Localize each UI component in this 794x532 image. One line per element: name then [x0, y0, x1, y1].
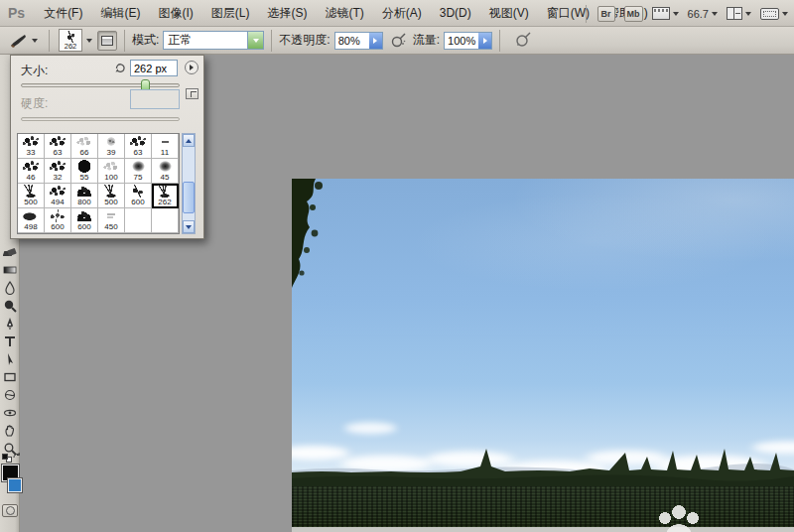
3d-orbit-tool[interactable] — [2, 405, 18, 421]
opacity-slider-button[interactable] — [369, 33, 382, 49]
panel-menu-button[interactable] — [185, 61, 198, 74]
brush-preset[interactable]: 33 — [18, 134, 45, 159]
brush-preset-selected[interactable]: 262 — [152, 184, 179, 208]
menu-3d[interactable]: 3D(D) — [431, 2, 480, 24]
brush-preset[interactable]: 63 — [45, 134, 71, 159]
blur-tool[interactable] — [2, 280, 18, 296]
menu-image[interactable]: 图像(I) — [149, 1, 201, 26]
brush-thumbnail — [19, 160, 43, 173]
chevron-down-icon — [253, 39, 259, 43]
toggle-brush-panel-button[interactable] — [97, 31, 117, 51]
brush-thumbnail — [19, 209, 43, 222]
blend-mode-select[interactable]: 正常 — [163, 31, 264, 50]
reset-size-icon[interactable] — [114, 62, 126, 73]
menu-file[interactable]: 文件(F) — [35, 1, 91, 26]
brush-preset[interactable]: 498 — [18, 208, 45, 233]
select-arrow-button[interactable] — [247, 32, 263, 49]
brush-thumbnail — [72, 185, 96, 198]
brush-tool-preset-dropdown[interactable] — [5, 30, 42, 52]
photo-road-strip — [292, 527, 794, 532]
scroll-down-button[interactable] — [183, 220, 195, 233]
type-tool[interactable] — [2, 333, 18, 349]
launch-mini-bridge-button[interactable]: Mb — [624, 6, 643, 22]
scrollbar-thumb[interactable] — [183, 182, 195, 213]
eraser-tool[interactable] — [2, 244, 18, 260]
brush-grid-scrollbar[interactable] — [182, 133, 196, 234]
chevron-down-icon — [745, 12, 751, 16]
brush-thumbnail — [153, 185, 177, 198]
gradient-tool[interactable] — [2, 262, 18, 278]
menu-bar-right-controls: Br Mb 66.7 — [586, 0, 788, 27]
menu-select[interactable]: 选择(S) — [258, 1, 316, 26]
brush-preset[interactable]: 800 — [71, 184, 98, 208]
brush-preset[interactable]: 500 — [18, 184, 45, 208]
triangle-down-icon — [186, 225, 192, 229]
brush-preset[interactable]: 39 — [98, 134, 125, 159]
new-preset-button[interactable] — [186, 88, 198, 99]
menu-view[interactable]: 视图(V) — [480, 1, 538, 26]
size-label: 大小: — [21, 63, 48, 79]
brush-thumbnail — [46, 135, 69, 148]
brush-tool-icon — [9, 33, 29, 49]
opacity-input[interactable] — [335, 33, 369, 49]
brush-preset[interactable]: 11 — [152, 134, 179, 159]
brush-preset[interactable]: 494 — [45, 184, 71, 208]
zoom-level-dropdown[interactable]: 66.7 — [688, 8, 718, 20]
chevron-right-icon — [483, 38, 487, 44]
brush-preset[interactable]: 45 — [152, 159, 179, 184]
brush-preset-preview[interactable]: 262 — [59, 29, 82, 52]
brush-preset[interactable]: 55 — [71, 159, 98, 184]
brush-preset[interactable]: 500 — [98, 184, 125, 208]
chevron-down-icon — [782, 12, 788, 16]
airbrush-toggle-icon[interactable] — [389, 32, 407, 50]
flow-field — [444, 32, 492, 50]
3d-rotate-tool[interactable] — [2, 387, 18, 403]
photoshop-window: { "app": { "logo": "Ps" }, "menu_bar": {… — [0, 0, 794, 532]
photo-treeline — [292, 427, 794, 492]
view-extras-dropdown[interactable] — [652, 7, 679, 20]
brush-preset[interactable]: 32 — [45, 159, 71, 184]
menu-filter[interactable]: 滤镜(T) — [316, 1, 372, 26]
brush-thumbnail — [99, 209, 123, 222]
arrange-documents-dropdown[interactable] — [727, 7, 751, 20]
menu-edit[interactable]: 编辑(E) — [91, 1, 149, 26]
path-selection-tool[interactable] — [2, 351, 18, 367]
airbrush-mode-icon[interactable] — [513, 32, 531, 50]
photo-corner-tree — [292, 179, 331, 293]
flow-input[interactable] — [445, 33, 478, 49]
swap-colors-icon[interactable] — [13, 452, 21, 460]
launch-bridge-button[interactable]: Br — [597, 6, 615, 22]
size-slider[interactable] — [21, 83, 180, 87]
brush-thumbnail — [72, 135, 96, 148]
canvas-image[interactable] — [292, 179, 794, 532]
brush-preset[interactable]: 46 — [18, 159, 45, 184]
brush-preset[interactable]: 600 — [71, 208, 98, 233]
screen-mode-dropdown[interactable] — [760, 8, 788, 20]
rectangle-tool[interactable] — [2, 369, 18, 385]
brush-preset[interactable]: 600 — [125, 184, 152, 208]
quick-mask-button[interactable] — [2, 504, 18, 517]
flow-slider-button[interactable] — [478, 33, 491, 49]
pen-tool[interactable] — [2, 316, 18, 332]
brush-preset[interactable]: 75 — [125, 159, 152, 184]
brush-preset[interactable]: 100 — [98, 159, 125, 184]
dodge-tool[interactable] — [2, 298, 18, 314]
brush-preset-picker-arrow[interactable] — [82, 29, 93, 52]
chevron-down-icon — [712, 12, 718, 16]
separator — [49, 30, 50, 52]
brush-size-input[interactable] — [131, 61, 177, 75]
opacity-field — [334, 32, 383, 50]
hand-tool[interactable] — [2, 423, 18, 439]
menu-analysis[interactable]: 分析(A) — [373, 1, 431, 26]
brush-preset[interactable]: 66 — [71, 134, 98, 159]
triangle-up-icon — [186, 139, 192, 143]
background-color-swatch[interactable] — [8, 478, 22, 492]
brush-preset[interactable]: 600 — [45, 208, 71, 233]
brush-preset[interactable]: 63 — [125, 134, 152, 159]
brush-preset[interactable]: 450 — [98, 208, 125, 233]
default-colors-icon[interactable] — [2, 454, 12, 463]
scroll-up-button[interactable] — [183, 134, 195, 147]
menu-layer[interactable]: 图层(L) — [202, 1, 259, 26]
brush-preset-empty — [152, 208, 179, 233]
watermark-paw-icon — [655, 504, 705, 532]
